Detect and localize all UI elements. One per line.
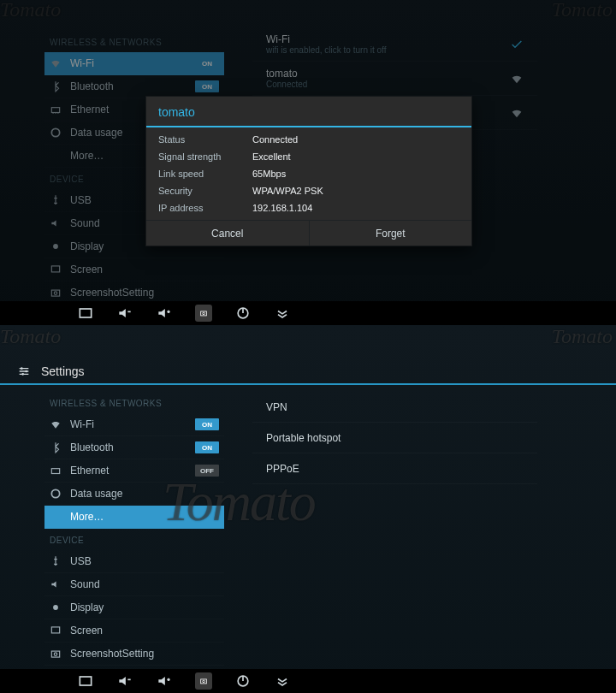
svg-point-25 xyxy=(203,680,205,683)
sidebar-item-wifi[interactable]: Wi-Fi ON xyxy=(44,52,224,75)
blank-icon xyxy=(50,150,62,162)
svg-point-2 xyxy=(53,244,58,249)
section-device-header: DEVICE xyxy=(44,529,224,550)
sidebar-item-label: Ethernet xyxy=(70,104,109,116)
bluetooth-icon xyxy=(50,80,62,92)
sidebar-item-bluetooth[interactable]: Bluetooth ON xyxy=(44,436,224,459)
dialog-row-linkspeed: Link speed 65Mbps xyxy=(146,165,471,182)
svg-rect-19 xyxy=(51,651,59,657)
sidebar-item-label: Data usage xyxy=(70,127,122,139)
bluetooth-icon xyxy=(50,441,62,453)
sidebar-item-label: More… xyxy=(70,511,104,523)
sidebar-item-label: More… xyxy=(70,150,104,162)
sidebar-item-screen[interactable]: Screen xyxy=(44,619,224,643)
svg-rect-8 xyxy=(80,309,91,317)
recent-apps-icon[interactable] xyxy=(77,305,94,322)
sound-icon xyxy=(50,578,62,590)
sidebar-item-ethernet[interactable]: Ethernet OFF xyxy=(44,459,224,483)
wifi-network-row[interactable]: tomato Connected xyxy=(252,62,537,96)
sidebar-item-label: Display xyxy=(70,240,104,252)
svg-point-1 xyxy=(51,128,59,136)
sidebar-item-data-usage[interactable]: Data usage xyxy=(44,483,224,506)
svg-rect-9 xyxy=(201,311,207,316)
sidebar-item-screenshot[interactable]: ScreenshotSetting xyxy=(44,643,224,666)
sidebar-item-label: Wi-Fi xyxy=(70,57,94,69)
svg-rect-0 xyxy=(51,108,59,113)
screen-icon xyxy=(50,264,62,275)
recent-apps-icon[interactable] xyxy=(77,672,94,690)
cancel-button[interactable]: Cancel xyxy=(146,221,310,246)
display-icon xyxy=(50,601,62,613)
expand-icon[interactable] xyxy=(274,305,291,322)
data-usage-icon xyxy=(50,488,62,500)
sidebar-item-usb[interactable]: USB xyxy=(44,550,224,573)
forget-button[interactable]: Forget xyxy=(310,221,472,246)
volume-down-icon[interactable] xyxy=(116,672,133,690)
wifi-toggle[interactable]: ON xyxy=(195,57,219,69)
section-wireless-header: WIRELESS & NETWORKS xyxy=(44,31,224,52)
sidebar-item-more[interactable]: More… xyxy=(44,506,224,529)
expand-icon[interactable] xyxy=(274,672,291,690)
screen-wifi-dialog: WIRELESS & NETWORKS Wi-Fi ON Bluetooth O… xyxy=(0,0,616,325)
sidebar-item-label: Wi-Fi xyxy=(70,418,94,430)
sidebar-item-label: ScreenshotSetting xyxy=(70,648,154,660)
wifi-signal-icon xyxy=(510,72,524,86)
action-bar: Settings xyxy=(0,359,616,385)
dialog-body: Status Connected Signal strength Excelle… xyxy=(146,127,471,220)
svg-point-16 xyxy=(51,489,59,497)
volume-down-icon[interactable] xyxy=(116,305,133,322)
sidebar-item-label: Screen xyxy=(70,264,103,275)
wifi-row-title: Wi-Fi xyxy=(266,33,386,45)
more-row-title: PPPoE xyxy=(266,463,299,475)
wifi-row-title: tomato xyxy=(266,68,307,80)
blank-icon xyxy=(50,511,62,523)
svg-point-13 xyxy=(25,370,27,373)
more-row-vpn[interactable]: VPN xyxy=(252,392,537,423)
svg-point-17 xyxy=(53,605,58,610)
svg-rect-18 xyxy=(51,627,59,633)
ethernet-toggle[interactable]: OFF xyxy=(195,465,219,477)
dialog-row-signal: Signal strength Excellent xyxy=(146,148,471,165)
volume-up-icon[interactable] xyxy=(156,672,173,690)
sidebar-item-bluetooth[interactable]: Bluetooth ON xyxy=(44,75,224,98)
sidebar-item-label: Bluetooth xyxy=(70,441,114,453)
svg-rect-23 xyxy=(80,677,91,685)
check-icon xyxy=(510,38,524,51)
sidebar-item-label: USB xyxy=(70,555,92,567)
sidebar-item-wifi[interactable]: Wi-Fi ON xyxy=(44,413,224,436)
wifi-icon xyxy=(50,418,62,430)
sidebar-item-label: Sound xyxy=(70,578,100,590)
action-bar-title: Settings xyxy=(41,364,85,378)
usb-icon xyxy=(50,555,62,567)
display-icon xyxy=(50,240,62,252)
screen-icon xyxy=(50,625,62,637)
more-row-pppoe[interactable]: PPPoE xyxy=(252,453,537,484)
wifi-row-sub: Connected xyxy=(266,80,307,89)
sidebar-item-sound[interactable]: Sound xyxy=(44,573,224,596)
dialog-val: Excellent xyxy=(252,151,291,162)
dialog-key: IP address xyxy=(158,203,252,213)
svg-point-14 xyxy=(21,373,24,376)
power-icon[interactable] xyxy=(234,672,252,690)
volume-up-icon[interactable] xyxy=(156,305,173,322)
power-icon[interactable] xyxy=(234,305,252,322)
watermark: Tomato xyxy=(552,325,613,348)
dialog-actions: Cancel Forget xyxy=(146,220,471,246)
screenshot-icon[interactable] xyxy=(195,672,212,690)
sidebar-item-screen[interactable]: Screen xyxy=(44,258,224,281)
screenshot-icon[interactable] xyxy=(195,305,212,322)
sidebar-item-label: USB xyxy=(70,194,92,206)
ethernet-icon xyxy=(50,104,62,116)
dialog-val: 65Mbps xyxy=(252,169,286,179)
dialog-row-security: Security WPA/WPA2 PSK xyxy=(146,182,471,199)
svg-point-12 xyxy=(21,367,23,370)
bluetooth-toggle[interactable]: ON xyxy=(195,441,219,453)
sidebar-item-display[interactable]: Display xyxy=(44,596,224,619)
data-usage-icon xyxy=(50,127,62,139)
more-row-hotspot[interactable]: Portable hotspot xyxy=(252,423,537,453)
wifi-toggle[interactable]: ON xyxy=(195,418,219,430)
sidebar-item-label: Sound xyxy=(70,217,100,229)
svg-point-5 xyxy=(54,292,57,295)
bluetooth-toggle[interactable]: ON xyxy=(195,80,219,92)
wifi-master-row[interactable]: Wi-Fi wifi is enabled, click to turn it … xyxy=(252,27,537,62)
